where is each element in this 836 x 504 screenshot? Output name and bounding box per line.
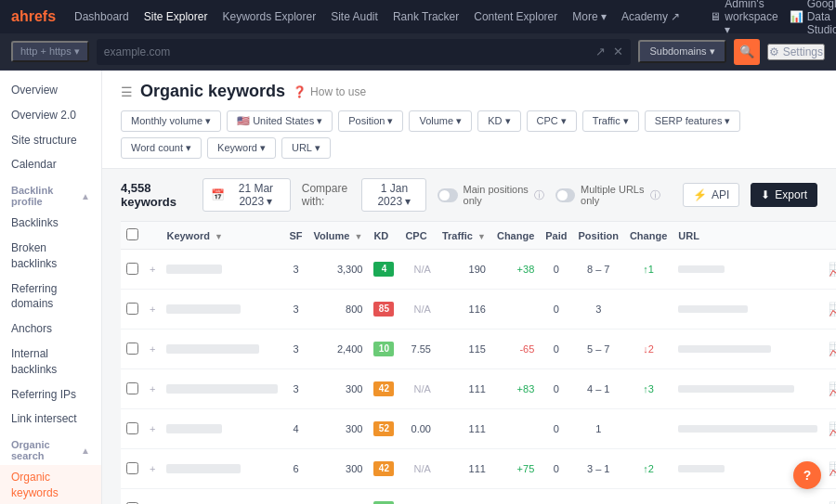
protocol-selector[interactable]: http + https ▾ — [11, 41, 89, 62]
main-layout: Overview Overview 2.0 Site structure Cal… — [0, 71, 836, 504]
nav-workspace[interactable]: 🖥 Admin's workspace ▾ — [710, 0, 777, 36]
add-icon[interactable]: + — [150, 423, 155, 434]
help-button[interactable]: ? — [793, 461, 821, 489]
date-picker[interactable]: 📅 21 Mar 2023 ▾ — [202, 178, 291, 212]
chart-icon[interactable]: 📈 — [829, 381, 836, 396]
row-checkbox[interactable] — [126, 342, 138, 355]
row-checkbox-cell — [121, 369, 144, 409]
row-keyword-cell — [161, 369, 283, 409]
api-button[interactable]: ⚡ API — [683, 183, 739, 207]
sidebar-item-internal-backlinks[interactable]: Internal backlinks — [0, 342, 101, 382]
compare-with: Compare with: 1 Jan 2023 ▾ — [302, 178, 427, 212]
row-volume-cell: 300 — [308, 489, 369, 505]
sidebar-item-site-structure[interactable]: Site structure — [0, 128, 101, 153]
col-sf[interactable]: SF — [283, 222, 307, 250]
chart-icon[interactable]: 📈 — [829, 302, 836, 317]
multiple-urls-toggle[interactable] — [555, 188, 575, 202]
logo[interactable]: ahrefs — [11, 8, 56, 25]
chart-icon[interactable]: 📈 — [829, 461, 836, 476]
sidebar-item-overview2[interactable]: Overview 2.0 — [0, 103, 101, 128]
url-blur — [678, 425, 817, 433]
nav-dashboard[interactable]: Dashboard — [74, 10, 129, 23]
table-header-row: Keyword ▼ SF Volume ▼ KD CPC Traffic ▼ C… — [121, 222, 836, 250]
col-cpc[interactable]: CPC — [399, 222, 437, 250]
row-checkbox[interactable] — [126, 303, 138, 315]
row-volume-cell: 3,300 — [308, 250, 369, 290]
nav-academy[interactable]: Academy ↗ — [621, 10, 680, 23]
col-kd[interactable]: KD — [368, 222, 399, 250]
filter-serp-features[interactable]: SERP features ▾ — [645, 110, 741, 132]
search-input[interactable]: example.com — [104, 45, 591, 58]
nav-keywords-explorer[interactable]: Keywords Explorer — [222, 10, 316, 23]
how-to-use-link[interactable]: ❓ How to use — [293, 85, 366, 98]
filter-country[interactable]: 🇺🇸 United States ▾ — [227, 110, 333, 132]
sidebar-item-referring-ips[interactable]: Referring IPs — [0, 382, 101, 407]
nav-rank-tracker[interactable]: Rank Tracker — [393, 10, 459, 23]
filter-keyword[interactable]: Keyword ▾ — [207, 137, 276, 159]
settings-button[interactable]: ⚙ Settings — [767, 44, 825, 60]
row-checkbox[interactable] — [126, 462, 138, 474]
add-icon[interactable]: + — [150, 383, 155, 394]
col-url[interactable]: URL — [673, 222, 823, 250]
row-checkbox[interactable] — [126, 422, 138, 434]
compare-date-picker[interactable]: 1 Jan 2023 ▾ — [361, 178, 426, 212]
gear-icon: ⚙ — [769, 45, 779, 58]
col-traffic[interactable]: Traffic ▼ — [437, 222, 491, 250]
row-checkbox[interactable] — [126, 263, 138, 275]
filters-row: Monthly volume ▾ 🇺🇸 United States ▾ Posi… — [121, 110, 817, 168]
filter-kd[interactable]: KD ▾ — [477, 110, 520, 132]
col-position[interactable]: Position — [573, 222, 624, 250]
filter-cpc[interactable]: CPC ▾ — [527, 110, 577, 132]
nav-gds[interactable]: 📊 Google Data Studio — [790, 0, 836, 36]
sidebar-item-calendar[interactable]: Calendar — [0, 152, 101, 177]
sidebar-item-backlinks[interactable]: Backlinks — [0, 211, 101, 236]
col-change[interactable]: Change — [491, 222, 540, 250]
row-mini-icons-cell: 📈 〜 SERP ▾ — [823, 369, 836, 409]
sidebar-item-anchors[interactable]: Anchors — [0, 317, 101, 342]
row-cpc-cell: N/A — [399, 449, 437, 489]
add-icon[interactable]: + — [150, 264, 155, 275]
content-area: ☰ Organic keywords ❓ How to use Monthly … — [102, 71, 836, 504]
select-all-checkbox[interactable] — [126, 228, 138, 240]
nav-site-audit[interactable]: Site Audit — [331, 10, 378, 23]
filter-traffic[interactable]: Traffic ▾ — [582, 110, 639, 132]
external-link-icon[interactable]: ↗ — [595, 45, 606, 58]
row-plus-cell: + — [144, 369, 161, 409]
row-position-cell: 3 – 1 — [573, 449, 624, 489]
subdomains-selector[interactable]: Subdomains ▾ — [638, 40, 725, 63]
row-paid-cell: 0 — [540, 250, 572, 290]
row-position-cell: 1 — [573, 409, 624, 449]
filter-word-count[interactable]: Word count ▾ — [121, 137, 202, 159]
nav-more[interactable]: More ▾ — [572, 10, 607, 23]
row-plus-cell: + — [144, 449, 161, 489]
main-positions-toggle[interactable] — [438, 188, 457, 202]
add-icon[interactable]: + — [150, 463, 155, 474]
nav-content-explorer[interactable]: Content Explorer — [474, 10, 557, 23]
sidebar-item-organic-keywords[interactable]: Organic keywords — [0, 465, 101, 504]
add-icon[interactable]: + — [150, 343, 155, 355]
col-keyword[interactable]: Keyword ▼ — [161, 222, 283, 250]
row-keyword-cell — [161, 330, 283, 369]
chart-icon[interactable]: 📈 — [829, 262, 836, 277]
clear-icon[interactable]: ✕ — [613, 45, 623, 58]
sidebar-item-overview[interactable]: Overview — [0, 78, 101, 103]
chart-icon[interactable]: 📈 — [829, 342, 836, 356]
sidebar-item-referring-domains[interactable]: Referring domains — [0, 277, 101, 317]
menu-icon[interactable]: ☰ — [121, 84, 133, 99]
chart-icon: 📊 — [790, 10, 803, 23]
col-volume[interactable]: Volume ▼ — [308, 222, 369, 250]
sidebar-item-link-intersect[interactable]: Link intersect — [0, 407, 101, 432]
chart-icon[interactable]: 📈 — [829, 421, 836, 436]
col-paid[interactable]: Paid — [540, 222, 572, 250]
row-checkbox[interactable] — [126, 382, 138, 394]
add-icon[interactable]: + — [150, 304, 155, 315]
nav-site-explorer[interactable]: Site Explorer — [144, 10, 208, 23]
export-button[interactable]: ⬇ Export — [751, 183, 817, 207]
filter-position[interactable]: Position ▾ — [338, 110, 403, 132]
sidebar-item-broken-backlinks[interactable]: Broken backlinks — [0, 236, 101, 277]
filter-volume[interactable]: Volume ▾ — [409, 110, 472, 132]
filter-monthly-volume[interactable]: Monthly volume ▾ — [121, 110, 221, 132]
search-go-button[interactable]: 🔍 — [734, 39, 760, 65]
filter-url[interactable]: URL ▾ — [281, 137, 331, 159]
col-pos-change[interactable]: Change — [624, 222, 673, 250]
